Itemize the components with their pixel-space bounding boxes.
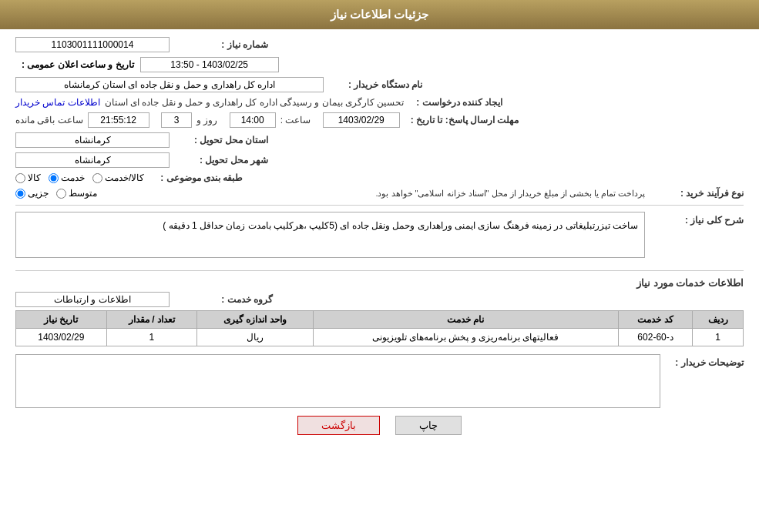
buyer-name-row: نام دستگاه خریدار : اداره کل راهداری و ح… — [15, 77, 744, 92]
city-row: شهر محل تحویل : کرمانشاه — [15, 152, 744, 168]
category-khedmat: خدمت — [49, 172, 85, 183]
services-table: ردیف کد خدمت نام خدمت واحد اندازه گیری ت… — [15, 310, 744, 346]
purchase-jozii: جزیی — [15, 188, 49, 199]
date-announce-label: تاریخ و ساعت اعلان عمومی : — [22, 59, 134, 70]
purchase-type-row: نوع فرآیند خرید : پرداخت تمام یا بخشی از… — [15, 188, 744, 199]
services-section-label: اطلاعات خدمات مورد نیاز — [15, 277, 744, 289]
radio-kala[interactable] — [15, 173, 25, 183]
buyer-desc-label: توضیحات خریدار : — [667, 354, 744, 368]
need-number-row: شماره نیاز : 1103001111000014 — [15, 37, 744, 52]
radio-khedmat[interactable] — [49, 173, 59, 183]
service-group-row: گروه خدمت : اطلاعات و ارتباطات — [15, 292, 744, 307]
table-row: 1د-60-602فعالیتهای برنامه‌ریزی و پخش برن… — [16, 329, 744, 346]
radio-jozii[interactable] — [15, 189, 25, 199]
purchase-jozii-label: جزیی — [28, 188, 49, 199]
radio-kala-khedmat[interactable] — [92, 173, 102, 183]
cell-unit: ریال — [197, 329, 314, 346]
page-container: جزئیات اطلاعات نیاز شماره نیاز : 1103001… — [0, 0, 759, 532]
category-label: طبقه بندی موضوعی : — [150, 172, 243, 183]
back-button[interactable]: بازگشت — [297, 416, 380, 435]
category-kala-khedmat-label: کالا/خدمت — [105, 172, 144, 183]
deadline-days-label: روز و — [196, 115, 217, 125]
divider-2 — [15, 270, 744, 271]
province-row: استان محل تحویل : کرمانشاه — [15, 132, 744, 148]
creator-value: تحسین کارگری بیمان و رسیدگی اداره کل راه… — [105, 97, 405, 108]
city-label: شهر محل تحویل : — [176, 155, 268, 166]
need-desc-value: ساخت تیزرتبلیغاتی در زمینه فرهنگ سازی ای… — [15, 212, 645, 258]
need-desc-label: شرح کلی نیاز : — [651, 212, 744, 226]
deadline-label: مهلت ارسال پاسخ: تا تاریخ : — [411, 115, 519, 125]
need-number-value: 1103001111000014 — [15, 37, 170, 52]
city-value: کرمانشاه — [15, 152, 170, 168]
buyer-desc-row: توضیحات خریدار : — [15, 354, 744, 408]
service-group-label: گروه خدمت : — [180, 294, 273, 305]
need-desc-row: شرح کلی نیاز : ساخت تیزرتبلیغاتی در زمین… — [15, 212, 744, 264]
date-time-announce-value: 1403/02/25 - 13:50 — [140, 57, 279, 72]
table-header-row: ردیف کد خدمت نام خدمت واحد اندازه گیری ت… — [16, 311, 744, 329]
province-value: کرمانشاه — [15, 132, 170, 148]
category-khedmat-label: خدمت — [61, 172, 85, 183]
divider-1 — [15, 205, 744, 206]
col-row: ردیف — [693, 311, 744, 329]
purchase-motavaset-label: متوسط — [69, 188, 97, 199]
radio-motavaset[interactable] — [56, 189, 66, 199]
province-label: استان محل تحویل : — [176, 135, 268, 146]
buyer-desc-textarea[interactable] — [15, 354, 660, 408]
cell-row: 1 — [693, 329, 744, 346]
deadline-row: مهلت ارسال پاسخ: تا تاریخ : 1403/02/29 س… — [15, 112, 744, 128]
col-name: نام خدمت — [313, 311, 618, 329]
buyer-name-label: نام دستگاه خریدار : — [330, 79, 422, 90]
deadline-remaining-label: ساعت باقی مانده — [15, 115, 83, 125]
category-kala-khedmat: کالا/خدمت — [92, 172, 144, 183]
category-kala: کالا — [15, 172, 41, 183]
print-button[interactable]: چاپ — [395, 416, 462, 435]
purchase-type-label: نوع فرآیند خرید : — [651, 188, 744, 199]
creator-row: ایجاد کننده درخواست : تحسین کارگری بیمان… — [15, 97, 744, 108]
purchase-type-note: پرداخت تمام یا بخشی از مبلغ خریدار از مح… — [113, 189, 645, 199]
need-number-label: شماره نیاز : — [176, 39, 268, 50]
page-title: جزئیات اطلاعات نیاز — [331, 8, 428, 21]
cell-qty: 1 — [106, 329, 196, 346]
category-kala-label: کالا — [28, 172, 41, 183]
date-announce-row: شماره نیاز : 1403/02/25 - 13:50 تاریخ و … — [15, 57, 744, 72]
deadline-time-value: 14:00 — [230, 112, 276, 128]
deadline-time-label: ساعت : — [280, 115, 311, 125]
page-header: جزئیات اطلاعات نیاز — [0, 0, 759, 29]
col-qty: تعداد / مقدار — [106, 311, 196, 329]
buyer-name-value: اداره کل راهداری و حمل و نقل جاده ای است… — [15, 77, 324, 92]
col-unit: واحد اندازه گیری — [197, 311, 314, 329]
cell-code: د-60-602 — [618, 329, 693, 346]
service-group-value: اطلاعات و ارتباطات — [15, 292, 170, 307]
creator-label: ایجاد کننده درخواست : — [410, 97, 502, 108]
deadline-remaining-value: 21:55:12 — [88, 112, 149, 128]
purchase-motavaset: متوسط — [56, 188, 97, 199]
content-area: شماره نیاز : 1103001111000014 شماره نیاز… — [0, 29, 759, 443]
col-code: کد خدمت — [618, 311, 693, 329]
buttons-row: چاپ بازگشت — [15, 416, 744, 435]
deadline-days-value: 3 — [161, 112, 192, 128]
creator-link[interactable]: اطلاعات تماس خریدار — [15, 97, 100, 108]
col-date: تاریخ نیاز — [16, 311, 107, 329]
deadline-date: 1403/02/29 — [323, 112, 400, 128]
cell-name: فعالیتهای برنامه‌ریزی و پخش برنامه‌های ت… — [313, 329, 618, 346]
purchase-type-radio-group: متوسط جزیی — [15, 188, 97, 199]
category-row: طبقه بندی موضوعی : کالا/خدمت خدمت کالا — [15, 172, 744, 183]
category-radio-group: کالا/خدمت خدمت کالا — [15, 172, 144, 183]
cell-date: 1403/02/29 — [16, 329, 107, 346]
